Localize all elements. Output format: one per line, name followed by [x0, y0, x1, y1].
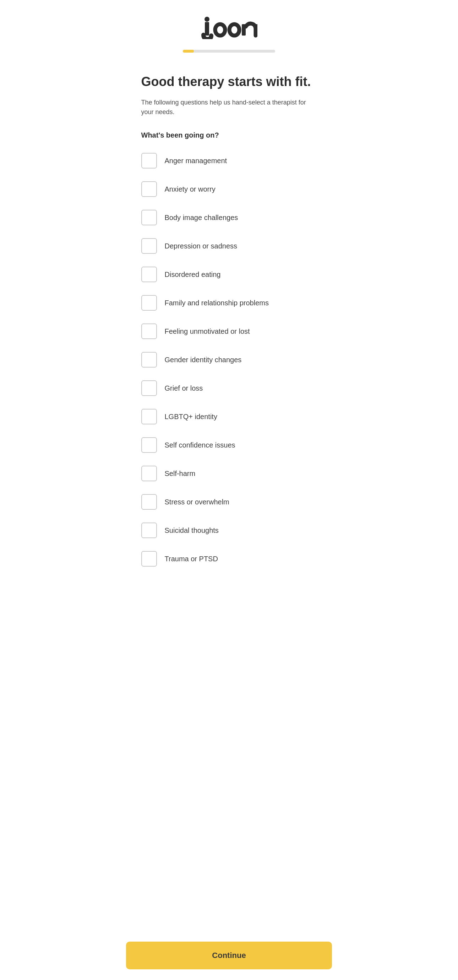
list-item[interactable]: Trauma or PTSD	[141, 544, 317, 573]
checkbox-trauma[interactable]	[141, 551, 157, 566]
checkbox-stress[interactable]	[141, 494, 157, 510]
checkbox-body-image[interactable]	[141, 210, 157, 225]
checkbox-label-stress: Stress or overwhelm	[165, 498, 229, 506]
checkbox-grief[interactable]	[141, 380, 157, 396]
checkbox-label-lgbtq: LGBTQ+ identity	[165, 413, 217, 421]
list-item[interactable]: Anger management	[141, 146, 317, 175]
checkbox-self-harm[interactable]	[141, 466, 157, 481]
list-item[interactable]: Feeling unmotivated or lost	[141, 317, 317, 345]
list-item[interactable]: Self confidence issues	[141, 431, 317, 459]
checkbox-label-unmotivated: Feeling unmotivated or lost	[165, 328, 250, 336]
checkbox-label-family: Family and relationship problems	[165, 299, 269, 307]
page-subtitle: The following questions help us hand-sel…	[141, 98, 317, 117]
list-item[interactable]: Grief or loss	[141, 374, 317, 402]
svg-point-0	[204, 17, 209, 22]
checkbox-suicidal[interactable]	[141, 522, 157, 538]
checkbox-unmotivated[interactable]	[141, 323, 157, 339]
svg-point-2	[215, 24, 225, 35]
checkbox-label-self-harm: Self-harm	[165, 469, 196, 478]
checkbox-label-gender-identity: Gender identity changes	[165, 356, 242, 364]
checkbox-gender-identity[interactable]	[141, 352, 157, 368]
checkbox-label-depression: Depression or sadness	[165, 242, 238, 250]
checkbox-list: Anger managementAnxiety or worryBody ima…	[141, 146, 317, 573]
list-item[interactable]: Stress or overwhelm	[141, 488, 317, 516]
checkbox-self-confidence[interactable]	[141, 437, 157, 453]
main-content: Good therapy starts with fit. The follow…	[115, 63, 344, 573]
continue-button[interactable]: Continue	[126, 942, 332, 969]
list-item[interactable]: LGBTQ+ identity	[141, 402, 317, 431]
checkbox-depression[interactable]	[141, 238, 157, 254]
checkbox-label-anxiety: Anxiety or worry	[165, 185, 216, 193]
checkbox-anxiety[interactable]	[141, 181, 157, 197]
header	[115, 0, 344, 63]
checkbox-label-self-confidence: Self confidence issues	[165, 441, 235, 449]
checkbox-lgbtq[interactable]	[141, 409, 157, 425]
svg-rect-5	[254, 24, 257, 35]
svg-rect-1	[205, 22, 209, 35]
list-item[interactable]: Family and relationship problems	[141, 289, 317, 317]
svg-point-3	[229, 24, 239, 35]
progress-bar	[183, 50, 275, 52]
checkbox-label-grief: Grief or loss	[165, 384, 203, 393]
checkbox-anger[interactable]	[141, 153, 157, 169]
progress-bar-fill	[183, 50, 194, 52]
question-label: What's been going on?	[141, 131, 317, 139]
logo	[201, 14, 257, 43]
list-item[interactable]: Body image challenges	[141, 203, 317, 232]
continue-button-wrapper: Continue	[0, 934, 458, 980]
list-item[interactable]: Anxiety or worry	[141, 175, 317, 203]
checkbox-label-disordered-eating: Disordered eating	[165, 270, 221, 279]
checkbox-disordered-eating[interactable]	[141, 267, 157, 282]
page-container: Good therapy starts with fit. The follow…	[115, 0, 344, 980]
checkbox-family[interactable]	[141, 295, 157, 311]
checkbox-label-body-image: Body image challenges	[165, 214, 238, 222]
list-item[interactable]: Disordered eating	[141, 260, 317, 289]
checkbox-label-trauma: Trauma or PTSD	[165, 555, 218, 563]
list-item[interactable]: Gender identity changes	[141, 345, 317, 374]
page-title: Good therapy starts with fit.	[141, 74, 317, 89]
checkbox-label-suicidal: Suicidal thoughts	[165, 527, 219, 535]
list-item[interactable]: Suicidal thoughts	[141, 516, 317, 544]
list-item[interactable]: Depression or sadness	[141, 232, 317, 260]
list-item[interactable]: Self-harm	[141, 459, 317, 488]
logo-svg	[201, 14, 257, 39]
checkbox-label-anger: Anger management	[165, 157, 227, 165]
